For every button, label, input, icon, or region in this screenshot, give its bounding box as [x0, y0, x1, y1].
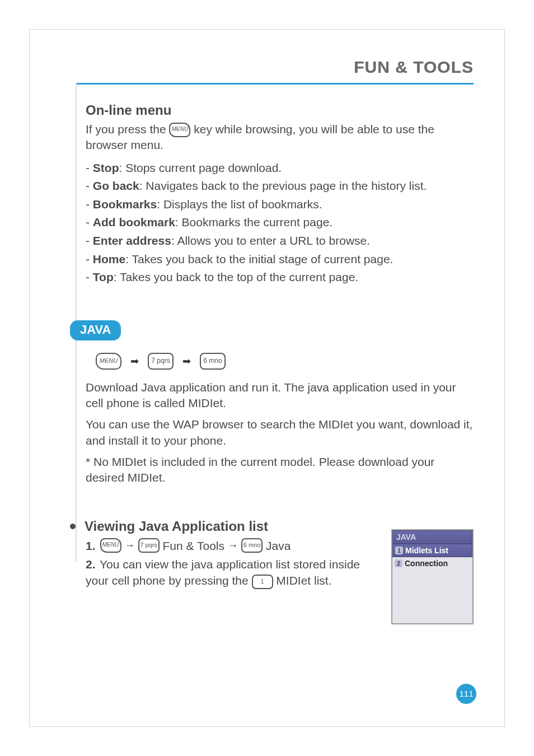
- item-name: Add bookmark: [93, 216, 175, 228]
- step-text: MIDIet list.: [276, 574, 331, 587]
- phone-screen-title: JAVA: [392, 530, 472, 544]
- item-name: Stop: [93, 161, 119, 174]
- java-key-sequence: MENU ➡ 7 pqrs ➡ 6 mno: [96, 353, 474, 370]
- list-item: - Stop: Stops current page download.: [86, 159, 474, 178]
- arrow-right-icon: →: [125, 539, 135, 553]
- step-1: 1. MENU → 7 pqrs Fun & Tools → 6 mno Jav…: [86, 538, 360, 554]
- page-title: FUN & TOOLS: [354, 58, 474, 76]
- online-menu-list: - Stop: Stops current page download. - G…: [86, 159, 474, 287]
- item-desc: : Takes you back to the top of the curre…: [114, 270, 358, 283]
- step-2: 2. You can view the java application lis…: [86, 556, 360, 589]
- section-dot-icon: [72, 329, 78, 335]
- phone-menu-row: 2 Connection: [392, 557, 472, 570]
- item-desc: : Displays the list of bookmarks.: [157, 198, 322, 211]
- java-paragraph: Download Java application and run it. Th…: [86, 380, 474, 412]
- java-paragraph: You can use the WAP browser to search th…: [86, 417, 474, 449]
- viewing-title: Viewing Java Application list: [85, 519, 268, 534]
- item-name: Top: [93, 270, 114, 283]
- item-desc: : Allows you to enter a URL to browse.: [171, 234, 370, 247]
- list-item: - Add bookmark: Bookmarks the current pa…: [86, 213, 474, 232]
- item-name: Home: [93, 253, 125, 265]
- item-desc: : Stops current page download.: [119, 161, 282, 174]
- list-item: - Go back: Navigates back to the previou…: [86, 177, 474, 195]
- step-number: 1.: [86, 538, 96, 554]
- online-menu-intro: If you press the MENU key while browsing…: [86, 122, 474, 153]
- row-label: Midlets List: [405, 546, 448, 555]
- bullet-icon: [70, 524, 76, 529]
- key-7-icon: 7 pqrs: [148, 353, 174, 370]
- step-label: Java: [266, 538, 291, 554]
- list-item: - Enter address: Allows you to enter a U…: [86, 232, 474, 250]
- page-number-badge: 111: [456, 684, 476, 704]
- header-rule: [76, 83, 474, 85]
- list-item: - Bookmarks: Displays the list of bookma…: [86, 195, 474, 214]
- row-label: Connection: [405, 559, 448, 568]
- arrow-right-icon: ➡: [182, 355, 191, 367]
- arrow-right-icon: ➡: [130, 355, 139, 367]
- online-menu-title: On-line menu: [86, 102, 474, 118]
- phone-menu-row-selected: 1 Midlets List: [392, 544, 472, 557]
- arrow-right-icon: →: [228, 539, 238, 553]
- item-desc: : Navigates back to the previous page in…: [139, 179, 427, 192]
- menu-key-icon: MENU: [100, 538, 121, 553]
- item-desc: : Takes you back to the initial stage of…: [125, 253, 393, 265]
- item-name: Go back: [93, 179, 139, 192]
- list-item: - Home: Takes you back to the initial st…: [86, 250, 474, 269]
- step-number: 2.: [86, 558, 96, 571]
- intro-before: If you press the: [86, 123, 169, 136]
- key-1-icon: 1: [252, 575, 273, 589]
- row-number: 2: [395, 559, 402, 567]
- phone-screen-illustration: JAVA 1 Midlets List 2 Connection: [391, 529, 474, 624]
- header: FUN & TOOLS: [30, 58, 474, 77]
- menu-key-icon: MENU: [96, 353, 121, 370]
- java-note: * No MIDIet is included in the current m…: [86, 454, 474, 486]
- step-label: Fun & Tools: [163, 538, 225, 554]
- row-number: 1: [395, 547, 403, 554]
- item-desc: : Bookmarks the current page.: [175, 216, 332, 228]
- key-6-icon: 6 mno: [241, 538, 263, 553]
- content: On-line menu If you press the MENU key w…: [86, 102, 474, 591]
- list-item: - Top: Takes you back to the top of the …: [86, 268, 474, 287]
- key-6-icon: 6 mno: [200, 353, 226, 370]
- item-name: Enter address: [93, 234, 171, 247]
- menu-key-icon: MENU: [169, 123, 190, 137]
- java-section-badge: JAVA: [70, 320, 121, 340]
- item-name: Bookmarks: [93, 198, 157, 211]
- key-7-icon: 7 pqrs: [138, 538, 160, 553]
- manual-page: FUN & TOOLS On-line menu If you press th…: [29, 29, 505, 727]
